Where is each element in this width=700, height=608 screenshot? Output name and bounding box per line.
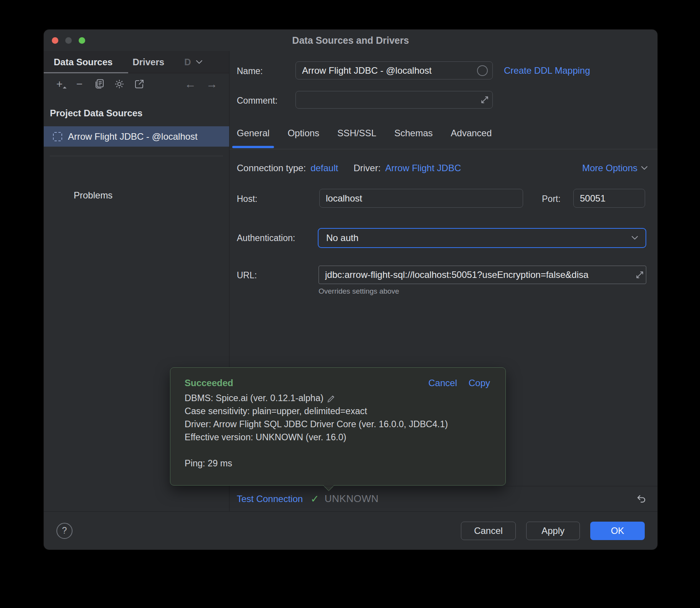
case-sensitivity-line: Case sensitivity: plain=upper, delimited… (185, 405, 494, 418)
test-connection-bar: Test Connection ✓ UNKNOWN (229, 486, 657, 511)
name-progress-circle-icon (477, 65, 488, 76)
port-input[interactable] (573, 189, 645, 208)
authentication-value: No auth (326, 233, 358, 243)
expand-comment-icon[interactable] (480, 95, 490, 105)
connection-status-value: UNKNOWN (325, 493, 379, 505)
settings-tab-bar: General Options SSH/SSL Schemas Advanced (237, 126, 492, 149)
data-source-list-item-selected[interactable]: Arrow Flight JDBC - @localhost (44, 126, 229, 147)
chevron-down-icon (641, 166, 647, 170)
name-field-wrap (296, 61, 493, 79)
duplicate-icon[interactable] (91, 76, 107, 92)
create-ddl-mapping-link[interactable]: Create DDL Mapping (504, 65, 590, 76)
connection-type-value-link[interactable]: default (310, 163, 338, 173)
data-source-label: Arrow Flight JDBC - @localhost (68, 131, 198, 142)
driver-value-link[interactable]: Arrow Flight JDBC (385, 163, 461, 173)
back-arrow-button[interactable]: ← (182, 76, 198, 92)
success-check-icon: ✓ (310, 493, 319, 505)
data-sources-dialog: Data Sources and Drivers Data Sources Dr… (44, 30, 657, 550)
edit-pencil-icon[interactable] (327, 394, 335, 403)
popup-details: DBMS: Spice.ai (ver. 0.12.1-alpha) Case … (185, 392, 494, 470)
more-options-label: More Options (582, 163, 637, 173)
tab-data-sources[interactable]: Data Sources (54, 57, 112, 68)
host-label: Host: (237, 194, 258, 204)
connection-status: Succeeded (185, 378, 233, 388)
url-hint: Overrides settings above (319, 287, 399, 296)
ok-button[interactable]: OK (590, 522, 645, 540)
sidebar-toolbar: + − (44, 73, 229, 95)
port-label: Port: (542, 194, 561, 204)
url-field-wrap (319, 266, 646, 284)
popup-cancel-link[interactable]: Cancel (428, 378, 457, 388)
chevron-down-icon (632, 236, 638, 240)
ping-line: Ping: 29 ms (185, 457, 494, 470)
open-in-window-icon[interactable] (131, 76, 147, 92)
tab-ssh-ssl[interactable]: SSH/SSL (337, 126, 376, 149)
dialog-button-bar: ? Cancel Apply OK (44, 511, 657, 550)
tab-drivers[interactable]: Drivers (132, 57, 164, 68)
url-input[interactable] (319, 266, 646, 284)
remove-data-source-button[interactable]: − (71, 76, 88, 92)
test-connection-link[interactable]: Test Connection (237, 494, 303, 504)
name-input[interactable] (296, 61, 493, 79)
dbms-line: DBMS: Spice.ai (ver. 0.12.1-alpha) (185, 392, 494, 405)
driver-label: Driver: (353, 163, 381, 173)
sidebar-separator (50, 156, 223, 156)
forward-arrow-button[interactable]: → (204, 76, 220, 92)
titlebar: Data Sources and Drivers (44, 30, 657, 51)
project-data-sources-header: Project Data Sources (50, 108, 142, 119)
add-dropdown-caret-icon (63, 87, 67, 91)
more-options-link[interactable]: More Options (582, 163, 647, 173)
connection-type-label: Connection type: (237, 163, 306, 173)
tab-overflow-chevron-icon[interactable] (196, 60, 202, 64)
authentication-select[interactable]: No auth (318, 228, 646, 248)
sidebar-item-problems[interactable]: Problems (74, 190, 112, 201)
data-source-icon (53, 132, 62, 141)
apply-button[interactable]: Apply (526, 522, 580, 540)
cancel-button[interactable]: Cancel (461, 522, 516, 540)
effective-version-line: Effective version: UNKNOWN (ver. 16.0) (185, 431, 494, 444)
undo-icon[interactable] (636, 493, 647, 505)
comment-input[interactable] (296, 91, 493, 109)
name-label: Name: (237, 66, 263, 76)
test-connection-result-popup: Succeeded Cancel Copy DBMS: Spice.ai (ve… (170, 367, 506, 486)
help-glyph: ? (62, 525, 67, 536)
driver-line: Driver: Arrow Flight SQL JDBC Driver Cor… (185, 418, 494, 431)
tab-advanced[interactable]: Advanced (451, 126, 492, 149)
tab-general[interactable]: General (237, 126, 269, 149)
authentication-label: Authentication: (237, 233, 295, 243)
expand-url-icon[interactable] (635, 270, 645, 280)
host-input[interactable] (319, 189, 523, 208)
url-label: URL: (237, 270, 257, 281)
comment-field-wrap (296, 91, 493, 109)
popup-copy-link[interactable]: Copy (469, 378, 490, 388)
comment-label: Comment: (237, 96, 277, 106)
connection-type-row: Connection type: default Driver: Arrow F… (237, 163, 461, 173)
tab-ddl-mappings-truncated[interactable]: D (184, 57, 191, 68)
help-button[interactable]: ? (56, 523, 73, 539)
tab-options[interactable]: Options (287, 126, 319, 149)
tab-bar-separator (229, 149, 657, 149)
add-data-source-button[interactable]: + (51, 76, 68, 92)
tab-schemas[interactable]: Schemas (395, 126, 433, 149)
sidebar-tab-strip: Data Sources Drivers D (44, 51, 229, 73)
window-title: Data Sources and Drivers (44, 35, 657, 46)
gear-icon[interactable] (111, 76, 127, 92)
